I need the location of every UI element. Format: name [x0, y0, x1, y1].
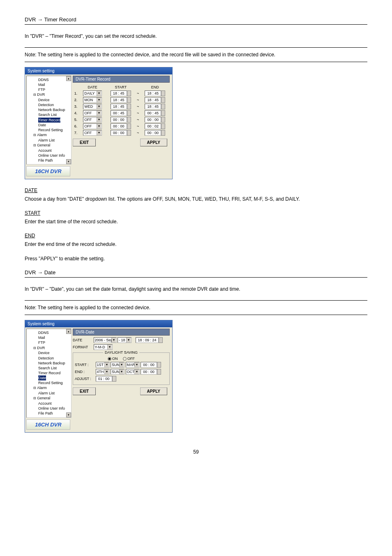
tree-device[interactable]: Device — [28, 97, 70, 102]
spinner-icon[interactable] — [161, 110, 165, 116]
end-input[interactable]: 18 : 45 — [145, 90, 161, 96]
tree-netbackup[interactable]: Network Backup — [28, 107, 70, 112]
tree-general[interactable]: General — [28, 396, 70, 401]
tree-recordsetting[interactable]: Record Setting — [28, 127, 70, 132]
spinner-icon[interactable] — [161, 117, 165, 123]
spinner-icon[interactable] — [161, 123, 165, 129]
tree-filepath[interactable]: File Path — [28, 411, 70, 416]
tree-dvr[interactable]: DVR — [28, 345, 70, 351]
start-week-select[interactable]: 1ST — [96, 362, 110, 368]
spinner-icon[interactable] — [161, 104, 165, 109]
tree-ftp[interactable]: FTP — [28, 87, 70, 92]
end-month-select[interactable]: OCT — [126, 369, 140, 375]
end-spinner[interactable] — [157, 369, 161, 375]
start-input[interactable]: 00 : 00 — [111, 130, 127, 136]
tree-ddns[interactable]: DDNS — [28, 77, 70, 82]
exit-button[interactable]: EXIT — [73, 139, 96, 146]
end-input[interactable]: 00 : 02 — [145, 123, 161, 129]
start-input[interactable]: 18 : 45 — [111, 104, 127, 109]
adjust-spinner[interactable] — [112, 376, 116, 382]
time-spinner[interactable] — [159, 337, 163, 343]
start-day-select[interactable]: SUN — [111, 362, 125, 368]
spinner-icon[interactable] — [127, 104, 131, 109]
spinner-icon[interactable] — [127, 130, 131, 136]
apply-button-2[interactable]: APPLY — [140, 387, 167, 395]
end-time-field[interactable]: 00 : 00 — [141, 369, 157, 375]
tree-recordsetting[interactable]: Record Setting — [28, 380, 70, 385]
start-input[interactable]: 00 : 00 — [111, 123, 127, 129]
end-day-select[interactable]: SUN — [111, 369, 125, 375]
end-input[interactable]: 00 : 00 — [145, 130, 161, 136]
tree-detection[interactable]: Detection — [28, 102, 70, 107]
tree-ddns[interactable]: DDNS — [28, 330, 70, 335]
tree-filepath[interactable]: File Path — [28, 158, 70, 163]
note-text: The setting here is applied to the conne… — [38, 52, 275, 58]
spinner-icon[interactable] — [127, 110, 131, 116]
tree-timerrecord[interactable]: Timer Record — [28, 371, 70, 375]
scroll-down-icon[interactable]: ▾ — [66, 412, 71, 417]
start-input[interactable]: 18 : 45 — [111, 90, 127, 96]
radio-off[interactable] — [123, 357, 127, 361]
date-year-month-select[interactable]: 2006 - Sep — [94, 337, 117, 343]
date-select[interactable]: OFF — [83, 123, 102, 129]
time-field[interactable]: 18 : 09 : 24 — [136, 337, 159, 343]
apply-button[interactable]: APPLY — [140, 139, 167, 146]
spinner-icon[interactable] — [127, 117, 131, 123]
tree-alarmlist[interactable]: Alarm List — [28, 138, 70, 143]
spinner-icon[interactable] — [127, 123, 131, 129]
scroll-up-icon[interactable]: ▴ — [66, 329, 71, 334]
spinner-icon[interactable] — [161, 90, 165, 96]
tree-netbackup[interactable]: Network Backup — [28, 361, 70, 366]
scroll-up-icon[interactable]: ▴ — [66, 76, 71, 81]
date-select[interactable]: OFF — [83, 130, 102, 136]
date-select[interactable]: DAILY — [83, 90, 102, 96]
tree-searchlist[interactable]: Search List — [28, 112, 70, 117]
end-input[interactable]: 18 : 45 — [145, 97, 161, 103]
nav-tree-2[interactable]: ▴ DDNS Mail FTP DVR Device Detection Net… — [26, 329, 71, 417]
tree-date-selected[interactable]: Date — [38, 375, 46, 380]
start-month-select[interactable]: MAR — [126, 362, 140, 368]
start-time-field[interactable]: 00 : 00 — [141, 362, 157, 368]
tree-alarm[interactable]: Alarm — [28, 385, 70, 391]
tree-alarmlist[interactable]: Alarm List — [28, 391, 70, 396]
end-input[interactable]: 00 : 00 — [145, 117, 161, 123]
tree-device[interactable]: Device — [28, 350, 70, 355]
tree-online[interactable]: Online User Info — [28, 153, 70, 158]
tilde-icon: ~ — [135, 103, 140, 110]
tree-account[interactable]: Account — [28, 148, 70, 153]
nav-tree[interactable]: ▴ DDNS Mail FTP DVR Device Detection Net… — [26, 76, 71, 164]
tree-mail[interactable]: Mail — [28, 82, 70, 87]
exit-button-2[interactable]: EXIT — [73, 387, 96, 395]
end-input[interactable]: 00 : 45 — [145, 110, 161, 116]
tree-searchlist[interactable]: Search List — [28, 366, 70, 371]
tree-alarm[interactable]: Alarm — [28, 132, 70, 138]
end-input[interactable]: 18 : 45 — [145, 104, 161, 109]
spinner-icon[interactable] — [161, 130, 165, 136]
spinner-icon[interactable] — [161, 97, 165, 103]
start-input[interactable]: 00 : 00 — [111, 117, 127, 123]
tree-timerrecord-selected[interactable]: Timer Record — [38, 118, 60, 123]
date-select[interactable]: OFF — [83, 110, 102, 116]
tree-online[interactable]: Online User Info — [28, 406, 70, 411]
tree-date[interactable]: Date — [28, 123, 70, 127]
tree-general[interactable]: General — [28, 143, 70, 148]
radio-on[interactable] — [108, 357, 111, 361]
tree-ftp[interactable]: FTP — [28, 340, 70, 345]
end-week-select[interactable]: 4TH — [96, 369, 110, 375]
start-spinner[interactable] — [157, 362, 161, 368]
tree-mail[interactable]: Mail — [28, 335, 70, 340]
date-day-select[interactable]: - 18 — [118, 337, 131, 343]
date-select[interactable]: WED — [83, 104, 102, 109]
tree-account[interactable]: Account — [28, 401, 70, 406]
tree-detection[interactable]: Detection — [28, 356, 70, 361]
start-input[interactable]: 18 : 45 — [111, 97, 127, 103]
format-select[interactable]: Y-M-D — [94, 344, 113, 350]
spinner-icon[interactable] — [127, 90, 131, 96]
adjust-field[interactable]: 01 : 00 — [96, 376, 112, 382]
tree-dvr[interactable]: DVR — [28, 92, 70, 97]
start-input[interactable]: 00 : 45 — [111, 110, 127, 116]
scroll-down-icon[interactable]: ▾ — [66, 159, 71, 164]
date-select[interactable]: OFF — [83, 117, 102, 123]
spinner-icon[interactable] — [127, 97, 131, 103]
date-select[interactable]: MON — [83, 97, 102, 103]
